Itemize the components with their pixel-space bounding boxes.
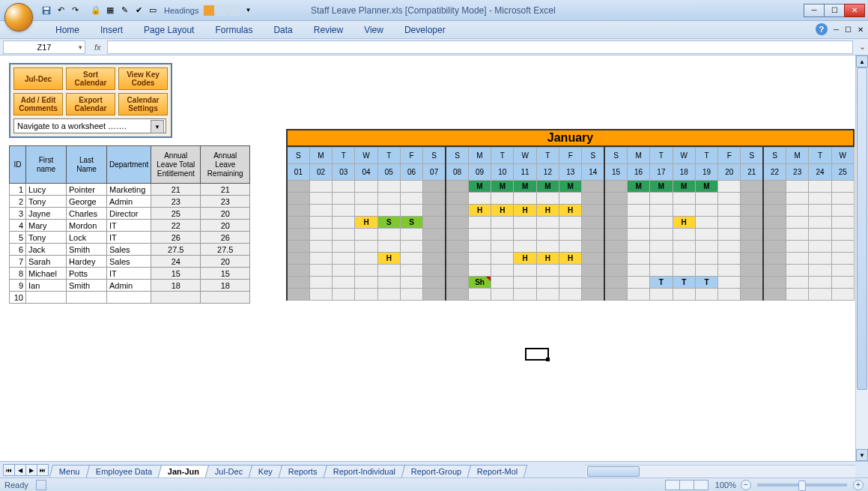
qat-view-icon-1[interactable] (204, 5, 214, 16)
calendar-cell[interactable] (536, 289, 559, 301)
calendar-cell[interactable] (831, 241, 854, 253)
calendar-cell[interactable] (809, 289, 831, 301)
calendar-cell[interactable] (536, 193, 559, 205)
calendar-cell[interactable] (536, 229, 559, 241)
calendar-cell[interactable] (831, 205, 854, 217)
cal-header-cell[interactable]: 09 (468, 164, 491, 181)
calendar-cell[interactable] (287, 253, 309, 265)
calendar-cell[interactable] (446, 181, 468, 193)
cal-header-cell[interactable]: 18 (673, 164, 695, 181)
qat-icon-6[interactable]: ✎ (118, 4, 130, 16)
calendar-cell[interactable]: H (536, 253, 559, 265)
calendar-cell[interactable] (400, 241, 422, 253)
calendar-cell[interactable] (377, 193, 400, 205)
calendar-cell[interactable] (809, 253, 831, 265)
calendar-cell[interactable] (650, 229, 673, 241)
ribbon-tab-pagelayout[interactable]: Page Layout (133, 22, 204, 38)
btn-calendar-settings[interactable]: Calendar Settings (118, 93, 168, 115)
calendar-cell[interactable] (333, 217, 355, 229)
calendar-cell[interactable] (400, 193, 422, 205)
formula-input[interactable] (107, 40, 853, 54)
calendar-cell[interactable] (831, 265, 854, 277)
calendar-cell[interactable] (741, 193, 763, 205)
calendar-cell[interactable] (763, 265, 786, 277)
col-lastname[interactable]: Last Name (67, 146, 107, 184)
calendar-cell[interactable] (423, 241, 446, 253)
calendar-cell[interactable] (423, 277, 446, 289)
calendar-cell[interactable] (582, 193, 604, 205)
calendar-cell[interactable] (559, 289, 582, 301)
calendar-cell[interactable] (582, 289, 604, 301)
cal-header-cell[interactable]: 01 (287, 164, 309, 181)
calendar-cell[interactable] (741, 241, 763, 253)
calendar-cell[interactable] (536, 265, 559, 277)
calendar-cell[interactable] (627, 217, 649, 229)
calendar-cell[interactable] (650, 205, 673, 217)
calendar-cell[interactable] (333, 289, 355, 301)
calendar-cell[interactable] (604, 205, 627, 217)
calendar-cell[interactable]: M (650, 181, 673, 193)
calendar-cell[interactable] (355, 193, 377, 205)
calendar-cell[interactable] (627, 265, 649, 277)
tab-first-icon[interactable]: ⏮ (3, 464, 15, 476)
calendar-cell[interactable] (695, 193, 717, 205)
cal-header-cell[interactable]: S (741, 148, 763, 164)
calendar-cell[interactable] (673, 289, 695, 301)
view-pagelayout-icon[interactable] (679, 480, 694, 490)
zoom-slider[interactable] (757, 484, 847, 487)
calendar-cell[interactable] (287, 217, 309, 229)
scroll-down-icon[interactable]: ▼ (856, 449, 868, 461)
calendar-cell[interactable] (695, 217, 717, 229)
calendar-cell[interactable] (491, 193, 514, 205)
calendar-cell[interactable] (514, 277, 536, 289)
maximize-button[interactable]: ☐ (824, 4, 845, 17)
calendar-cell[interactable]: H (536, 205, 559, 217)
calendar-cell[interactable]: H (673, 217, 695, 229)
calendar-cell[interactable] (287, 265, 309, 277)
calendar-cell[interactable] (377, 205, 400, 217)
calendar-cell[interactable] (514, 193, 536, 205)
ribbon-tab-review[interactable]: Review (303, 22, 353, 38)
sheet-tab[interactable]: Report-Group (401, 465, 472, 478)
headings-dropdown[interactable]: Headings (161, 6, 201, 15)
view-pagebreak-icon[interactable] (694, 480, 708, 490)
calendar-cell[interactable] (514, 217, 536, 229)
col-entitlement[interactable]: Annual Leave Total Entitlement (151, 146, 201, 184)
calendar-cell[interactable] (809, 217, 831, 229)
calendar-cell[interactable] (741, 181, 763, 193)
col-firstname[interactable]: First name (26, 146, 67, 184)
ribbon-tab-formulas[interactable]: Formulas (204, 22, 263, 38)
calendar-cell[interactable]: M (468, 181, 491, 193)
calendar-cell[interactable] (446, 289, 468, 301)
calendar-cell[interactable] (287, 193, 309, 205)
calendar-cell[interactable] (695, 265, 717, 277)
calendar-cell[interactable] (559, 193, 582, 205)
calendar-cell[interactable] (491, 229, 514, 241)
calendar-cell[interactable] (491, 265, 514, 277)
calendar-cell[interactable]: S (400, 217, 422, 229)
calendar-cell[interactable] (582, 217, 604, 229)
cal-header-cell[interactable]: 11 (514, 164, 536, 181)
calendar-cell[interactable] (491, 277, 514, 289)
cal-header-cell[interactable]: T (809, 148, 831, 164)
btn-export-calendar[interactable]: Export Calendar (66, 93, 115, 115)
calendar-cell[interactable] (559, 277, 582, 289)
selected-cell[interactable] (525, 348, 549, 361)
calendar-cell[interactable] (831, 181, 854, 193)
calendar-cell[interactable] (309, 193, 332, 205)
cal-header-cell[interactable]: 14 (582, 164, 604, 181)
cal-header-cell[interactable]: F (400, 148, 422, 164)
redo-icon[interactable]: ↷ (69, 4, 81, 16)
calendar-cell[interactable] (309, 289, 332, 301)
calendar-cell[interactable] (650, 193, 673, 205)
sheet-tab[interactable]: Report-Mol (467, 465, 528, 478)
qat-icon-7[interactable]: ✔ (133, 4, 145, 16)
calendar-cell[interactable] (355, 265, 377, 277)
calendar-cell[interactable] (333, 193, 355, 205)
calendar-cell[interactable] (809, 241, 831, 253)
zoom-level[interactable]: 100% (715, 481, 736, 490)
calendar-cell[interactable]: M (514, 181, 536, 193)
calendar-cell[interactable] (763, 205, 786, 217)
calendar-cell[interactable] (377, 277, 400, 289)
calendar-cell[interactable] (468, 265, 491, 277)
